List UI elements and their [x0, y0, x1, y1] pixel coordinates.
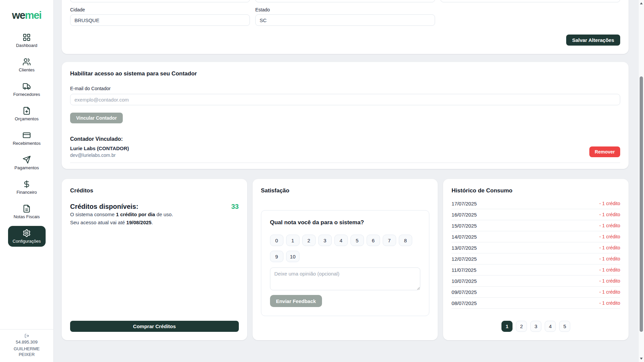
- creditos-disponiveis-label: Créditos disponíveis:: [70, 203, 138, 210]
- sidebar-item-label: Orçamentos: [15, 117, 39, 121]
- score-button-0[interactable]: 0: [270, 235, 283, 246]
- historico-card: Histórico de Consumo 17/07/2025- 1 crédi…: [443, 179, 629, 340]
- score-button-5[interactable]: 5: [351, 235, 364, 246]
- spacer: [70, 227, 239, 321]
- table-row: 17/07/2025- 1 crédito: [451, 198, 620, 209]
- linked-contador-title: Contador Vinculado:: [70, 136, 620, 142]
- linked-contador-info: Lurie Labs (CONTADOR) dev@lurielabs.com.…: [70, 145, 129, 158]
- estado-label: Estado: [255, 7, 435, 12]
- file-plus-icon: [22, 107, 31, 115]
- history-cost: - 1 crédito: [599, 223, 620, 228]
- logout-icon[interactable]: [24, 334, 29, 338]
- table-row: 13/07/2025- 1 crédito: [451, 242, 620, 253]
- save-changes-button[interactable]: Salvar Alterações: [566, 35, 620, 46]
- sidebar-item-label: Financeiro: [16, 190, 37, 195]
- company-name: GUILHERME PEIXER: [11, 346, 43, 357]
- contador-card: Habilitar acesso ao sistema para seu Con…: [62, 62, 629, 169]
- cutoff-field-2[interactable]: [255, 0, 435, 2]
- table-row: 10/07/2025- 1 crédito: [451, 276, 620, 287]
- sidebar-item-label: Configurações: [13, 239, 41, 244]
- estado-group: Estado: [255, 7, 435, 26]
- satisfacao-question: Qual nota você da para o sistema?: [270, 219, 421, 226]
- history-date: 08/07/2025: [451, 300, 477, 306]
- history-date: 10/07/2025: [451, 278, 477, 284]
- scrollbar-thumb[interactable]: [640, 76, 643, 332]
- sidebar-item-notas-fiscais[interactable]: Notas Fiscais: [8, 201, 46, 222]
- table-row: 15/07/2025- 1 crédito: [451, 220, 620, 231]
- cidade-field[interactable]: [70, 14, 250, 26]
- sidebar-item-recebimentos[interactable]: Recebimentos: [8, 128, 46, 149]
- sidebar-item-label: Fornecedores: [13, 92, 40, 97]
- logo-text-accent: mei: [25, 9, 41, 21]
- company-cnpj: 54.895.309: [11, 339, 43, 345]
- gear-icon: [22, 229, 31, 237]
- page-button-5[interactable]: 5: [559, 321, 570, 332]
- history-date: 13/07/2025: [451, 245, 477, 251]
- cidade-label: Cidade: [70, 7, 250, 12]
- sidebar-item-orcamentos[interactable]: Orçamentos: [8, 104, 46, 124]
- sidebar-nav: Dashboard Clientes Fornecedores Orçament…: [0, 30, 53, 250]
- score-buttons: 0 1 2 3 4 5 6 7 8 9 10: [270, 235, 421, 262]
- contador-title: Habilitar acesso ao sistema para seu Con…: [70, 70, 620, 77]
- send-icon: [22, 156, 31, 164]
- history-date: 12/07/2025: [451, 256, 477, 262]
- page-button-1[interactable]: 1: [501, 321, 513, 332]
- remover-contador-button[interactable]: Remover: [589, 146, 620, 157]
- app-root: wemei Dashboard Clientes Fornecedores Or…: [0, 0, 644, 362]
- score-button-7[interactable]: 7: [383, 235, 396, 246]
- historico-pagination: 1 2 3 4 5: [451, 321, 620, 332]
- creditos-line2: Seu acesso atual vai até 19/08/2025.: [70, 219, 239, 227]
- creditos-head: Créditos disponíveis: 33: [70, 203, 239, 210]
- score-button-3[interactable]: 3: [318, 235, 332, 246]
- score-button-10[interactable]: 10: [286, 251, 300, 262]
- history-date: 15/07/2025: [451, 223, 477, 229]
- contador-email-label: E-mail do Contador: [70, 86, 620, 91]
- vincular-contador-button[interactable]: Vincular Contador: [70, 113, 123, 123]
- scrollbar[interactable]: [638, 0, 644, 362]
- creditos-line1: O sistema consome 1 crédito por dia de u…: [70, 210, 239, 219]
- linked-contador-row: Lurie Labs (CONTADOR) dev@lurielabs.com.…: [70, 145, 620, 163]
- dashboard-icon: [22, 33, 31, 42]
- profile-row-city-state: Cidade Estado: [70, 7, 620, 26]
- scrollbar-down-arrow[interactable]: [640, 358, 643, 360]
- score-button-8[interactable]: 8: [399, 235, 412, 246]
- profile-card: Cidade Estado Salvar Alterações: [62, 0, 629, 54]
- cutoff-field-1[interactable]: [70, 0, 250, 2]
- comprar-creditos-button[interactable]: Comprar Créditos: [70, 321, 239, 332]
- sidebar-item-clientes[interactable]: Clientes: [8, 55, 46, 75]
- enviar-feedback-button[interactable]: Enviar Feedback: [270, 295, 322, 307]
- sidebar-item-label: Notas Fiscais: [13, 215, 40, 219]
- cutoff-field-3[interactable]: [440, 0, 620, 2]
- sidebar: wemei Dashboard Clientes Fornecedores Or…: [0, 0, 54, 362]
- file-text-icon: [22, 204, 31, 213]
- history-date: 14/07/2025: [451, 234, 477, 240]
- table-row: 16/07/2025- 1 crédito: [451, 209, 620, 220]
- sidebar-item-pagamentos[interactable]: Pagamentos: [8, 153, 46, 173]
- history-date: 11/07/2025: [451, 267, 476, 273]
- page-button-4[interactable]: 4: [545, 321, 556, 332]
- score-button-2[interactable]: 2: [302, 235, 316, 246]
- sidebar-item-financeiro[interactable]: Financeiro: [8, 177, 46, 198]
- contador-email-input[interactable]: [70, 94, 620, 105]
- sidebar-item-label: Clientes: [19, 68, 35, 72]
- page-button-3[interactable]: 3: [530, 321, 541, 332]
- history-cost: - 1 crédito: [599, 234, 620, 239]
- satisfacao-card: Satisfação Qual nota você da para o sist…: [253, 179, 438, 340]
- score-button-1[interactable]: 1: [286, 235, 300, 246]
- historico-title: Histórico de Consumo: [451, 187, 620, 194]
- page-button-2[interactable]: 2: [516, 321, 527, 332]
- sidebar-item-dashboard[interactable]: Dashboard: [8, 30, 46, 51]
- score-button-6[interactable]: 6: [367, 235, 380, 246]
- users-icon: [22, 58, 31, 66]
- history-date: 17/07/2025: [451, 201, 477, 206]
- history-cost: - 1 crédito: [599, 300, 620, 306]
- scrollbar-up-arrow[interactable]: [640, 2, 643, 4]
- sidebar-item-fornecedores[interactable]: Fornecedores: [8, 79, 46, 100]
- history-cost: - 1 crédito: [599, 289, 620, 295]
- score-button-9[interactable]: 9: [270, 251, 283, 262]
- history-date: 16/07/2025: [451, 212, 477, 218]
- score-button-4[interactable]: 4: [334, 235, 348, 246]
- estado-field[interactable]: [255, 14, 435, 26]
- opinion-textarea[interactable]: [270, 267, 421, 290]
- sidebar-item-configuracoes[interactable]: Configurações: [8, 226, 46, 247]
